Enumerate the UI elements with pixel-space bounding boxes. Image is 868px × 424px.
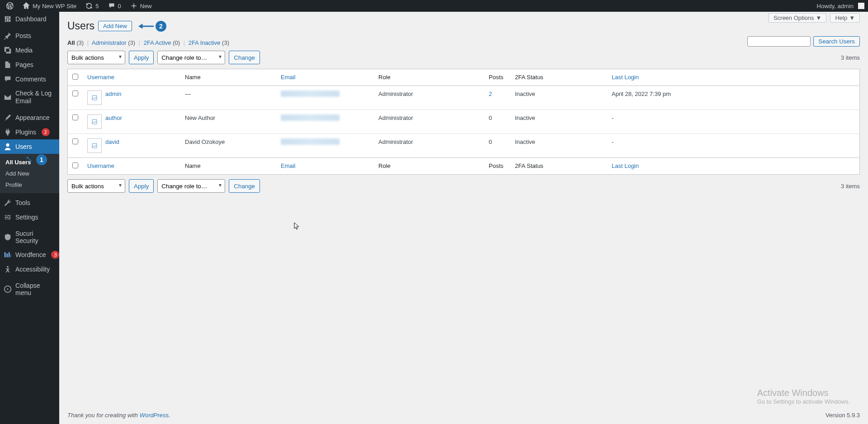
refresh-item[interactable]: 5: [83, 2, 101, 10]
table-row: author New Author Administrator 0 Inacti…: [68, 110, 860, 134]
col-email[interactable]: Email: [281, 162, 296, 169]
avatar: [87, 91, 102, 105]
menu-label: Wordfence: [15, 251, 46, 258]
menu-posts[interactable]: Posts: [0, 29, 59, 43]
menu-plugins[interactable]: Plugins2: [0, 125, 59, 139]
svg-marker-5: [138, 24, 143, 29]
users-table: Username Name Email Role Posts 2FA Statu…: [67, 69, 860, 175]
menu-pages[interactable]: Pages: [0, 57, 59, 72]
broken-image-icon: [91, 143, 98, 149]
col-posts[interactable]: Posts: [484, 158, 510, 175]
email-blurred: [281, 138, 340, 145]
login-cell: April 28, 2022 7:39 pm: [607, 86, 860, 110]
menu-label: Settings: [15, 214, 38, 221]
items-count: 3 items: [841, 54, 860, 61]
col-2fa[interactable]: 2FA Status: [510, 158, 607, 175]
site-name-item[interactable]: My New WP Site: [20, 2, 79, 10]
wordfence-icon: [4, 251, 12, 259]
username-link[interactable]: author: [105, 114, 122, 121]
name-cell: —: [180, 86, 276, 110]
col-username[interactable]: Username: [87, 162, 114, 169]
filter-administrator[interactable]: Administrator: [92, 39, 127, 46]
menu-accessibility[interactable]: Accessibility: [0, 262, 59, 276]
comment-icon: [108, 2, 115, 10]
menu-sucuri[interactable]: Sucuri Security: [0, 227, 59, 248]
wp-logo[interactable]: [4, 2, 16, 10]
home-icon: [23, 2, 30, 10]
new-item[interactable]: New: [127, 2, 155, 10]
login-cell: -: [607, 134, 860, 158]
change-button[interactable]: Change: [229, 51, 260, 64]
col-posts[interactable]: Posts: [484, 69, 510, 86]
avatar: [87, 138, 102, 153]
menu-wordfence[interactable]: Wordfence3: [0, 248, 59, 262]
add-new-button[interactable]: Add New: [98, 21, 132, 31]
plus-icon: [130, 2, 137, 10]
filter-all[interactable]: All: [67, 39, 75, 46]
change-role-select[interactable]: Change role to…: [157, 51, 225, 64]
footer-version: Version 5.9.3: [826, 412, 860, 419]
col-role[interactable]: Role: [374, 69, 484, 86]
help-button[interactable]: Help ▼: [830, 13, 860, 23]
menu-settings[interactable]: Settings: [0, 210, 59, 224]
mail-icon: [4, 93, 12, 101]
table-row: admin — Administrator 2 Inactive April 2…: [68, 86, 860, 110]
apply-button[interactable]: Apply: [129, 51, 154, 64]
new-label: New: [140, 3, 152, 10]
filter-2fa-inactive[interactable]: 2FA Inactive: [189, 39, 221, 46]
username-link[interactable]: admin: [105, 91, 121, 97]
col-2fa[interactable]: 2FA Status: [510, 69, 607, 86]
username-link[interactable]: david: [105, 138, 119, 145]
table-row: david David Ozokoye Administrator 0 Inac…: [68, 134, 860, 158]
menu-users[interactable]: Users: [0, 139, 59, 154]
search-users-button[interactable]: Search Users: [813, 36, 860, 47]
user-icon: [4, 143, 12, 151]
annotation-1: 1: [26, 154, 47, 165]
submenu-profile[interactable]: Profile: [0, 179, 59, 191]
posts-link[interactable]: 2: [489, 91, 492, 97]
filter-2fa-active[interactable]: 2FA Active: [144, 39, 171, 46]
menu-comments[interactable]: Comments: [0, 72, 59, 86]
col-name[interactable]: Name: [180, 69, 276, 86]
col-email[interactable]: Email: [281, 74, 296, 81]
wordfence-badge: 3: [51, 251, 59, 259]
menu-dashboard[interactable]: Dashboard: [0, 12, 59, 26]
menu-media[interactable]: Media: [0, 43, 59, 57]
pin-icon: [4, 32, 12, 40]
menu-label: Check & Log Email: [15, 90, 56, 105]
items-count-bottom: 3 items: [841, 183, 860, 190]
wordpress-icon: [6, 2, 14, 10]
col-name[interactable]: Name: [180, 158, 276, 175]
row-checkbox[interactable]: [72, 91, 78, 96]
accessibility-icon: [4, 265, 12, 273]
row-checkbox[interactable]: [72, 138, 78, 144]
menu-label: Users: [15, 143, 32, 150]
howdy-item[interactable]: Howdy, admin: [817, 3, 864, 10]
col-login[interactable]: Last Login: [612, 162, 639, 169]
menu-appearance[interactable]: Appearance: [0, 110, 59, 125]
activate-title: Activate Windows: [757, 388, 850, 398]
footer-wp-link[interactable]: WordPress: [140, 412, 169, 419]
screen-options-button[interactable]: Screen Options ▼: [769, 13, 826, 23]
change-button-bottom[interactable]: Change: [229, 179, 260, 193]
search-users-input[interactable]: [747, 36, 811, 47]
col-role[interactable]: Role: [374, 158, 484, 175]
menu-tools[interactable]: Tools: [0, 195, 59, 210]
tfa-cell: Inactive: [510, 110, 607, 134]
tfa-cell: Inactive: [510, 134, 607, 158]
menu-label: Comments: [15, 76, 46, 83]
bulk-actions-select-bottom[interactable]: Bulk actions: [67, 179, 125, 193]
change-role-select-bottom[interactable]: Change role to…: [157, 179, 225, 193]
submenu-add-new[interactable]: Add New: [0, 168, 59, 179]
menu-collapse[interactable]: Collapse menu: [0, 279, 59, 300]
select-all-checkbox-bottom[interactable]: [72, 162, 78, 168]
menu-check-log-email[interactable]: Check & Log Email: [0, 86, 59, 108]
bulk-actions-select[interactable]: Bulk actions: [67, 51, 125, 64]
select-all-checkbox[interactable]: [72, 74, 78, 80]
row-checkbox[interactable]: [72, 114, 78, 120]
comments-item[interactable]: 0: [105, 2, 124, 10]
col-username[interactable]: Username: [87, 74, 114, 81]
annotation-2-num: 2: [156, 21, 166, 32]
apply-button-bottom[interactable]: Apply: [129, 179, 154, 193]
col-login[interactable]: Last Login: [612, 74, 639, 81]
